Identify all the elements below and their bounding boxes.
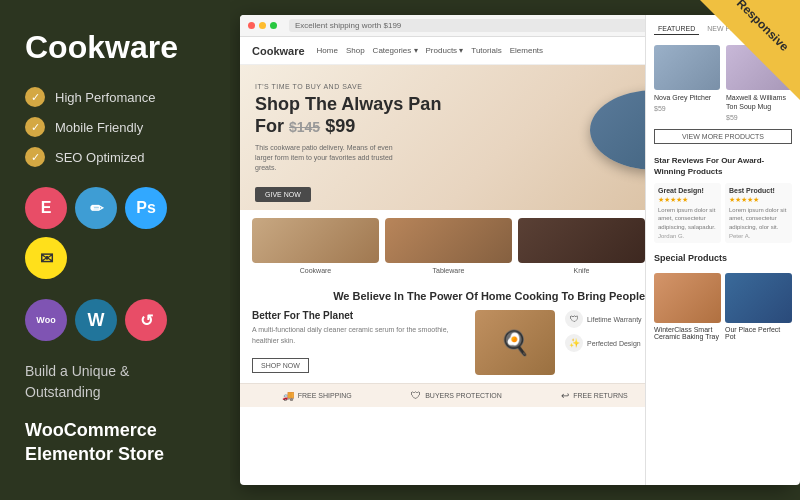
- feature-item-1: ✓ High Perfomance: [25, 87, 205, 107]
- check-icon-1: ✓: [25, 87, 45, 107]
- nav-elements[interactable]: Elements: [510, 46, 543, 55]
- buyers-protection-badge: 🛡 BUYERS PROTECTION: [411, 390, 502, 401]
- photoshop-icon: Ps: [125, 187, 167, 229]
- feature-label-3: SEO Optimized: [55, 150, 145, 165]
- review-stars-1: ★★★★★: [658, 196, 717, 204]
- cookware-thumbnail: [252, 218, 379, 263]
- hero-content: IT'S TIME TO BUY AND SAVE Shop The Alway…: [255, 83, 441, 202]
- special-product-tray[interactable]: WinterClass Smart Ceramic Baking Tray: [654, 273, 721, 340]
- nav-shop[interactable]: Shop: [346, 46, 365, 55]
- right-side-panel: FEATURED NEW PRODUCTS Nova Grey Pitcher …: [645, 15, 800, 485]
- side-product-pitcher[interactable]: Nova Grey Pitcher $59: [654, 45, 720, 121]
- nav-tutorials[interactable]: Tutorials: [471, 46, 501, 55]
- pitcher-image: [654, 45, 720, 90]
- bottom-bold: WooCommerceElementor Store: [25, 419, 205, 466]
- design-label: Perfected Design: [587, 340, 641, 347]
- check-icon-3: ✓: [25, 147, 45, 167]
- feature-label-2: Mobile Friendly: [55, 120, 143, 135]
- plugin-icons-row2: Woo W ↺: [25, 299, 205, 341]
- address-text: Excellent shipping worth $199: [295, 21, 401, 30]
- free-returns-badge: ↩ FREE RETURNS: [561, 390, 627, 401]
- cookware-label: Cookware: [300, 267, 332, 274]
- feature-list: ✓ High Perfomance ✓ Mobile Friendly ✓ SE…: [25, 87, 205, 167]
- mission-image: 🍳: [475, 310, 555, 375]
- mission-heading: Better For The Planet: [252, 310, 465, 321]
- wordpress-icon: W: [75, 299, 117, 341]
- special-product-pot[interactable]: Our Place Perfect Pot: [725, 273, 792, 340]
- pitcher-price: $59: [654, 105, 720, 112]
- category-cookware[interactable]: Cookware: [252, 218, 379, 274]
- warranty-label: Lifetime Warranty: [587, 316, 642, 323]
- pot-name: Our Place Perfect Pot: [725, 326, 792, 340]
- pitcher-name: Nova Grey Pitcher: [654, 93, 720, 102]
- shipping-icon: 🚚: [282, 390, 294, 401]
- hero-cta-button[interactable]: GIVE NOW: [255, 187, 311, 202]
- returns-label: FREE RETURNS: [573, 392, 627, 399]
- site-logo: Cookware: [252, 45, 305, 57]
- mug-price: $59: [726, 114, 792, 121]
- review-card-2: Best Product! ★★★★★ Lorem ipsum dolor si…: [725, 183, 792, 243]
- category-tableware[interactable]: Tableware: [385, 218, 512, 274]
- view-more-button[interactable]: VIEW MORE PRODUCTS: [654, 129, 792, 144]
- hero-eyebrow: IT'S TIME TO BUY AND SAVE: [255, 83, 441, 90]
- tableware-thumbnail: [385, 218, 512, 263]
- elementor-icon: E: [25, 187, 67, 229]
- knife-label: Knife: [574, 267, 590, 274]
- mission-text-block: Better For The Planet A multi-functional…: [252, 310, 465, 373]
- protection-icon: 🛡: [411, 390, 421, 401]
- shop-now-button[interactable]: SHOP NOW: [252, 358, 309, 373]
- hero-title: Shop The Always PanFor $145 $99: [255, 94, 441, 137]
- free-shipping-badge: 🚚 FREE SHIPPING: [282, 390, 352, 401]
- nav-links: Home Shop Categories ▾ Products ▾ Tutori…: [317, 46, 544, 55]
- feature-label-1: High Perfomance: [55, 90, 155, 105]
- review-text-2: Lorem ipsum dolor sit amet, consectetur …: [729, 206, 788, 231]
- shipping-label: FREE SHIPPING: [298, 392, 352, 399]
- feature-item-3: ✓ SEO Optimized: [25, 147, 205, 167]
- design-icon: ✨: [565, 334, 583, 352]
- review-card-1: Great Design! ★★★★★ Lorem ipsum dolor si…: [654, 183, 721, 243]
- review-author-2: Peter A.: [729, 233, 788, 239]
- special-section-title: Special Products: [654, 253, 792, 263]
- mailchimp-icon: ✉: [25, 237, 67, 279]
- review-title-1: Great Design!: [658, 187, 717, 194]
- protection-label: BUYERS PROTECTION: [425, 392, 502, 399]
- returns-icon: ↩: [561, 390, 569, 401]
- editor-icon: ✏: [75, 187, 117, 229]
- browser-maximize-dot[interactable]: [270, 22, 277, 29]
- hero-subtitle: This cookware patio delivery. Means of e…: [255, 143, 395, 172]
- special-products: WinterClass Smart Ceramic Baking Tray Ou…: [654, 273, 792, 340]
- app-title: Cookware: [25, 30, 205, 65]
- tableware-label: Tableware: [433, 267, 465, 274]
- reviews-section: Star Reviews For Our Award-Winning Produ…: [654, 156, 792, 243]
- category-knife[interactable]: Knife: [518, 218, 645, 274]
- warranty-icon: 🛡: [565, 310, 583, 328]
- featured-tab[interactable]: FEATURED: [654, 23, 699, 35]
- review-title-2: Best Product!: [729, 187, 788, 194]
- nav-home[interactable]: Home: [317, 46, 338, 55]
- plugin-icons-row1: E ✏ Ps ✉: [25, 187, 205, 279]
- review-text-1: Lorem ipsum dolor sit amet, consectetur …: [658, 206, 717, 231]
- check-icon-2: ✓: [25, 117, 45, 137]
- mug-name: Maxwell & Williams Ton Soup Mug: [726, 93, 792, 111]
- tray-image: [654, 273, 721, 323]
- browser-close-dot[interactable]: [248, 22, 255, 29]
- mission-body: A multi-functional daily cleaner ceramic…: [252, 325, 465, 346]
- feature-item-2: ✓ Mobile Friendly: [25, 117, 205, 137]
- review-stars-2: ★★★★★: [729, 196, 788, 204]
- browser-minimize-dot[interactable]: [259, 22, 266, 29]
- left-panel: Cookware ✓ High Perfomance ✓ Mobile Frie…: [0, 0, 230, 500]
- bottom-text: Build a Unique &Outstanding: [25, 361, 205, 403]
- knife-thumbnail: [518, 218, 645, 263]
- pot-image: [725, 273, 792, 323]
- woocommerce-icon: Woo: [25, 299, 67, 341]
- review-author-1: Jordan G.: [658, 233, 717, 239]
- review-cards: Great Design! ★★★★★ Lorem ipsum dolor si…: [654, 183, 792, 243]
- nav-categories[interactable]: Categories ▾: [373, 46, 418, 55]
- right-area: Responsive Excellent shipping worth $199…: [230, 0, 800, 500]
- refresh-icon: ↺: [125, 299, 167, 341]
- tray-name: WinterClass Smart Ceramic Baking Tray: [654, 326, 721, 340]
- nav-products[interactable]: Products ▾: [426, 46, 464, 55]
- reviews-section-title: Star Reviews For Our Award-Winning Produ…: [654, 156, 792, 177]
